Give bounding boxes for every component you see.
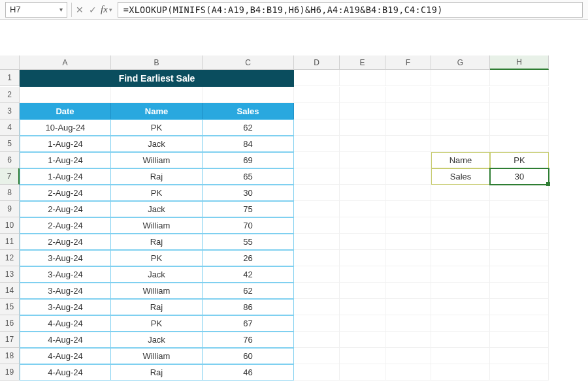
table-cell-sales[interactable]: 86 <box>203 299 294 315</box>
table-cell-date[interactable]: 3-Aug-24 <box>20 299 111 315</box>
empty-cell[interactable] <box>385 283 431 299</box>
table-cell-name[interactable]: Jack <box>111 266 203 283</box>
empty-cell[interactable] <box>340 315 385 332</box>
empty-cell[interactable] <box>111 87 203 103</box>
table-cell-name[interactable]: Jack <box>111 201 203 217</box>
empty-cell[interactable] <box>431 185 490 201</box>
empty-cell[interactable] <box>385 348 431 364</box>
empty-cell[interactable] <box>294 119 340 136</box>
empty-cell[interactable] <box>431 348 490 364</box>
table-cell-sales[interactable]: 70 <box>203 217 294 234</box>
table-cell-name[interactable]: Jack <box>111 136 203 152</box>
empty-cell[interactable] <box>340 119 385 136</box>
empty-cell[interactable] <box>340 266 385 283</box>
lookup-sales-value[interactable]: 30 <box>490 168 549 185</box>
empty-cell[interactable] <box>385 315 431 332</box>
empty-cell[interactable] <box>385 234 431 250</box>
empty-cell[interactable] <box>385 103 431 119</box>
table-cell-date[interactable]: 1-Aug-24 <box>20 168 111 185</box>
empty-cell[interactable] <box>385 87 431 103</box>
empty-cell[interactable] <box>294 70 340 86</box>
empty-cell[interactable] <box>294 332 340 348</box>
empty-cell[interactable] <box>431 234 490 250</box>
empty-cell[interactable] <box>431 266 490 283</box>
table-cell-date[interactable]: 1-Aug-24 <box>20 136 111 152</box>
empty-cell[interactable] <box>490 185 549 201</box>
table-cell-sales[interactable]: 75 <box>203 201 294 217</box>
empty-cell[interactable] <box>340 364 385 381</box>
empty-cell[interactable] <box>385 152 431 168</box>
table-cell-sales[interactable]: 69 <box>203 152 294 168</box>
empty-cell[interactable] <box>490 234 549 250</box>
lookup-name-value[interactable]: PK <box>490 152 549 168</box>
empty-cell[interactable] <box>294 152 340 168</box>
column-header[interactable]: A <box>20 55 111 70</box>
table-cell-date[interactable]: 4-Aug-24 <box>20 348 111 364</box>
table-cell-date[interactable]: 10-Aug-24 <box>20 119 111 136</box>
worksheet[interactable]: ABCDEFGH1Find Earliest Sale23DateNameSal… <box>0 20 588 381</box>
empty-cell[interactable] <box>490 332 549 348</box>
empty-cell[interactable] <box>490 283 549 299</box>
empty-cell[interactable] <box>490 250 549 266</box>
row-header[interactable]: 1 <box>0 70 20 86</box>
empty-cell[interactable] <box>431 250 490 266</box>
empty-cell[interactable] <box>294 315 340 332</box>
empty-cell[interactable] <box>340 168 385 185</box>
empty-cell[interactable] <box>203 87 294 103</box>
empty-cell[interactable] <box>490 119 549 136</box>
table-cell-name[interactable]: William <box>111 283 203 299</box>
table-cell-sales[interactable]: 65 <box>203 168 294 185</box>
empty-cell[interactable] <box>340 250 385 266</box>
empty-cell[interactable] <box>340 152 385 168</box>
empty-cell[interactable] <box>431 103 490 119</box>
empty-cell[interactable] <box>340 185 385 201</box>
empty-cell[interactable] <box>20 87 111 103</box>
row-header[interactable]: 4 <box>0 119 20 136</box>
empty-cell[interactable] <box>431 299 490 315</box>
empty-cell[interactable] <box>294 283 340 299</box>
empty-cell[interactable] <box>294 364 340 381</box>
table-cell-sales[interactable]: 60 <box>203 348 294 364</box>
row-header[interactable]: 6 <box>0 152 20 168</box>
empty-cell[interactable] <box>431 332 490 348</box>
empty-cell[interactable] <box>490 315 549 332</box>
formula-bar[interactable]: =XLOOKUP(MINIFS(A4:A19,B4:B19,H6)&H6,A4:… <box>118 2 583 18</box>
row-header[interactable]: 18 <box>0 348 20 364</box>
table-cell-date[interactable]: 4-Aug-24 <box>20 364 111 381</box>
empty-cell[interactable] <box>385 185 431 201</box>
row-header[interactable]: 16 <box>0 315 20 332</box>
table-cell-name[interactable]: Raj <box>111 299 203 315</box>
empty-cell[interactable] <box>385 70 431 86</box>
table-cell-sales[interactable]: 84 <box>203 136 294 152</box>
chevron-down-icon[interactable]: ▾ <box>59 6 63 13</box>
empty-cell[interactable] <box>340 87 385 103</box>
table-cell-date[interactable]: 3-Aug-24 <box>20 266 111 283</box>
empty-cell[interactable] <box>490 266 549 283</box>
table-cell-date[interactable]: 4-Aug-24 <box>20 315 111 332</box>
empty-cell[interactable] <box>340 217 385 234</box>
row-header[interactable]: 7 <box>0 168 20 185</box>
column-header[interactable]: B <box>111 55 203 70</box>
column-header[interactable]: C <box>203 55 294 70</box>
row-header[interactable]: 11 <box>0 234 20 250</box>
table-cell-date[interactable]: 2-Aug-24 <box>20 201 111 217</box>
empty-cell[interactable] <box>385 217 431 234</box>
empty-cell[interactable] <box>490 364 549 381</box>
table-cell-sales[interactable]: 62 <box>203 119 294 136</box>
empty-cell[interactable] <box>340 70 385 86</box>
row-header[interactable]: 9 <box>0 201 20 217</box>
name-box[interactable]: H7 ▾ <box>5 2 67 18</box>
table-cell-name[interactable]: Raj <box>111 234 203 250</box>
table-cell-date[interactable]: 2-Aug-24 <box>20 185 111 201</box>
empty-cell[interactable] <box>431 315 490 332</box>
empty-cell[interactable] <box>490 87 549 103</box>
empty-cell[interactable] <box>294 168 340 185</box>
table-cell-name[interactable]: PK <box>111 185 203 201</box>
column-header[interactable]: D <box>294 55 340 70</box>
empty-cell[interactable] <box>294 136 340 152</box>
column-header[interactable]: E <box>340 55 385 70</box>
table-cell-name[interactable]: PK <box>111 250 203 266</box>
empty-cell[interactable] <box>294 234 340 250</box>
table-cell-name[interactable]: PK <box>111 315 203 332</box>
empty-cell[interactable] <box>431 217 490 234</box>
